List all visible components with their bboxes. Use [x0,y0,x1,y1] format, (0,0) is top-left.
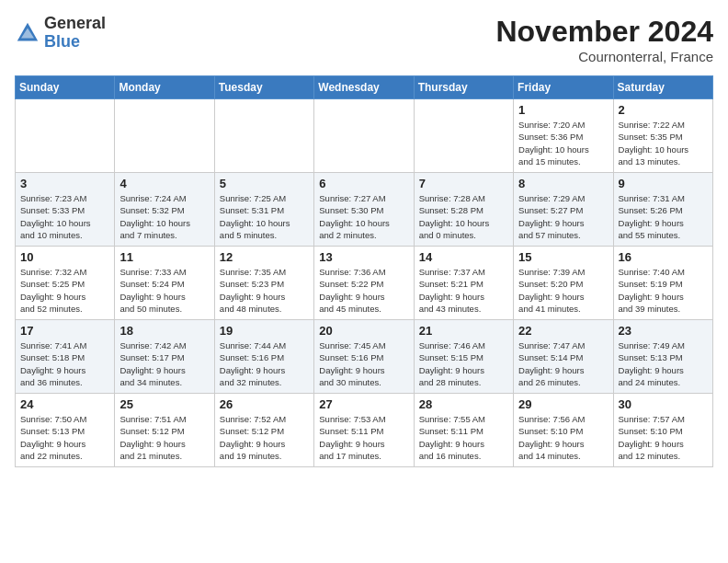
day-number: 7 [419,177,508,190]
logo: General Blue [15,15,106,52]
calendar-week-row: 24Sunrise: 7:50 AM Sunset: 5:13 PM Dayli… [16,394,713,467]
calendar-cell: 1Sunrise: 7:20 AM Sunset: 5:36 PM Daylig… [514,99,613,173]
day-info: Sunrise: 7:29 AM Sunset: 5:27 PM Dayligh… [518,192,608,241]
calendar-cell: 14Sunrise: 7:37 AM Sunset: 5:21 PM Dayli… [414,247,513,320]
day-number: 8 [518,177,608,190]
calendar-cell: 30Sunrise: 7:57 AM Sunset: 5:10 PM Dayli… [613,394,712,467]
day-info: Sunrise: 7:28 AM Sunset: 5:28 PM Dayligh… [419,192,508,241]
day-number: 5 [220,177,309,190]
weekday-header: Sunday [16,76,115,99]
calendar-cell: 16Sunrise: 7:40 AM Sunset: 5:19 PM Dayli… [613,247,712,320]
day-info: Sunrise: 7:52 AM Sunset: 5:12 PM Dayligh… [220,413,309,462]
day-info: Sunrise: 7:40 AM Sunset: 5:19 PM Dayligh… [619,266,708,315]
day-number: 12 [220,250,309,264]
calendar-cell: 24Sunrise: 7:50 AM Sunset: 5:13 PM Dayli… [16,394,115,467]
calendar-cell: 2Sunrise: 7:22 AM Sunset: 5:35 PM Daylig… [613,99,712,173]
calendar-cell: 29Sunrise: 7:56 AM Sunset: 5:10 PM Dayli… [514,394,613,467]
day-info: Sunrise: 7:57 AM Sunset: 5:10 PM Dayligh… [619,413,708,462]
day-info: Sunrise: 7:47 AM Sunset: 5:14 PM Dayligh… [518,339,608,388]
day-number: 23 [619,324,708,338]
calendar-cell: 3Sunrise: 7:23 AM Sunset: 5:33 PM Daylig… [16,173,115,247]
weekday-header: Saturday [613,76,712,99]
calendar-cell: 19Sunrise: 7:44 AM Sunset: 5:16 PM Dayli… [214,320,313,394]
calendar-cell: 9Sunrise: 7:31 AM Sunset: 5:26 PM Daylig… [613,173,712,247]
calendar-cell: 23Sunrise: 7:49 AM Sunset: 5:13 PM Dayli… [613,320,712,394]
calendar-cell: 21Sunrise: 7:46 AM Sunset: 5:15 PM Dayli… [414,320,513,394]
location-subtitle: Cournonterral, France [495,49,713,64]
calendar-table: SundayMondayTuesdayWednesdayThursdayFrid… [15,75,713,467]
title-area: November 2024 Cournonterral, France [495,15,713,64]
month-title: November 2024 [495,15,713,49]
weekday-header-row: SundayMondayTuesdayWednesdayThursdayFrid… [16,76,713,99]
calendar-cell: 12Sunrise: 7:35 AM Sunset: 5:23 PM Dayli… [214,247,313,320]
calendar-cell [115,99,214,173]
day-number: 24 [20,397,109,411]
day-info: Sunrise: 7:42 AM Sunset: 5:17 PM Dayligh… [119,339,209,388]
day-number: 19 [220,324,309,338]
day-number: 27 [319,397,408,411]
day-number: 9 [619,177,708,190]
calendar-cell: 15Sunrise: 7:39 AM Sunset: 5:20 PM Dayli… [514,247,613,320]
day-info: Sunrise: 7:36 AM Sunset: 5:22 PM Dayligh… [319,266,408,315]
page-header: General Blue November 2024 Cournonterral… [15,15,713,64]
calendar-week-row: 17Sunrise: 7:41 AM Sunset: 5:18 PM Dayli… [16,320,713,394]
day-number: 15 [518,250,608,264]
day-info: Sunrise: 7:22 AM Sunset: 5:35 PM Dayligh… [619,119,708,167]
day-info: Sunrise: 7:51 AM Sunset: 5:12 PM Dayligh… [119,413,209,462]
calendar-cell: 22Sunrise: 7:47 AM Sunset: 5:14 PM Dayli… [514,320,613,394]
weekday-header: Wednesday [314,76,414,99]
day-info: Sunrise: 7:39 AM Sunset: 5:20 PM Dayligh… [518,266,608,315]
day-number: 4 [119,177,209,190]
day-number: 3 [20,177,109,190]
logo-icon [15,20,40,46]
day-number: 29 [518,397,608,411]
day-number: 26 [220,397,309,411]
day-number: 28 [419,397,508,411]
day-info: Sunrise: 7:35 AM Sunset: 5:23 PM Dayligh… [220,266,309,315]
calendar-week-row: 1Sunrise: 7:20 AM Sunset: 5:36 PM Daylig… [16,99,713,173]
weekday-header: Friday [514,76,613,99]
day-info: Sunrise: 7:56 AM Sunset: 5:10 PM Dayligh… [518,413,608,462]
calendar-cell [314,99,414,173]
calendar-cell: 18Sunrise: 7:42 AM Sunset: 5:17 PM Dayli… [115,320,214,394]
day-info: Sunrise: 7:33 AM Sunset: 5:24 PM Dayligh… [119,266,209,315]
day-number: 20 [319,324,408,338]
logo-general-text: General [44,15,106,33]
weekday-header: Tuesday [214,76,313,99]
day-info: Sunrise: 7:46 AM Sunset: 5:15 PM Dayligh… [419,339,508,388]
calendar-cell [16,99,115,173]
day-number: 2 [619,103,708,117]
calendar-cell: 10Sunrise: 7:32 AM Sunset: 5:25 PM Dayli… [16,247,115,320]
calendar-cell: 17Sunrise: 7:41 AM Sunset: 5:18 PM Dayli… [16,320,115,394]
calendar-cell: 8Sunrise: 7:29 AM Sunset: 5:27 PM Daylig… [514,173,613,247]
day-info: Sunrise: 7:27 AM Sunset: 5:30 PM Dayligh… [319,192,408,241]
day-info: Sunrise: 7:45 AM Sunset: 5:16 PM Dayligh… [319,339,408,388]
day-number: 18 [119,324,209,338]
day-info: Sunrise: 7:55 AM Sunset: 5:11 PM Dayligh… [419,413,508,462]
calendar-cell: 7Sunrise: 7:28 AM Sunset: 5:28 PM Daylig… [414,173,513,247]
day-number: 25 [119,397,209,411]
day-info: Sunrise: 7:50 AM Sunset: 5:13 PM Dayligh… [20,413,109,462]
day-number: 17 [20,324,109,338]
calendar-cell: 5Sunrise: 7:25 AM Sunset: 5:31 PM Daylig… [214,173,313,247]
day-number: 10 [20,250,109,264]
day-info: Sunrise: 7:44 AM Sunset: 5:16 PM Dayligh… [220,339,309,388]
weekday-header: Monday [115,76,214,99]
day-info: Sunrise: 7:37 AM Sunset: 5:21 PM Dayligh… [419,266,508,315]
calendar-cell: 27Sunrise: 7:53 AM Sunset: 5:11 PM Dayli… [314,394,414,467]
calendar-cell: 6Sunrise: 7:27 AM Sunset: 5:30 PM Daylig… [314,173,414,247]
day-info: Sunrise: 7:23 AM Sunset: 5:33 PM Dayligh… [20,192,109,241]
day-number: 6 [319,177,408,190]
day-number: 22 [518,324,608,338]
day-number: 14 [419,250,508,264]
calendar-cell: 4Sunrise: 7:24 AM Sunset: 5:32 PM Daylig… [115,173,214,247]
day-info: Sunrise: 7:20 AM Sunset: 5:36 PM Dayligh… [518,119,608,167]
day-info: Sunrise: 7:49 AM Sunset: 5:13 PM Dayligh… [619,339,708,388]
day-number: 16 [619,250,708,264]
logo-blue-text: Blue [44,33,106,52]
calendar-cell: 26Sunrise: 7:52 AM Sunset: 5:12 PM Dayli… [214,394,313,467]
day-info: Sunrise: 7:41 AM Sunset: 5:18 PM Dayligh… [20,339,109,388]
day-info: Sunrise: 7:32 AM Sunset: 5:25 PM Dayligh… [20,266,109,315]
calendar-cell [414,99,513,173]
calendar-week-row: 3Sunrise: 7:23 AM Sunset: 5:33 PM Daylig… [16,173,713,247]
